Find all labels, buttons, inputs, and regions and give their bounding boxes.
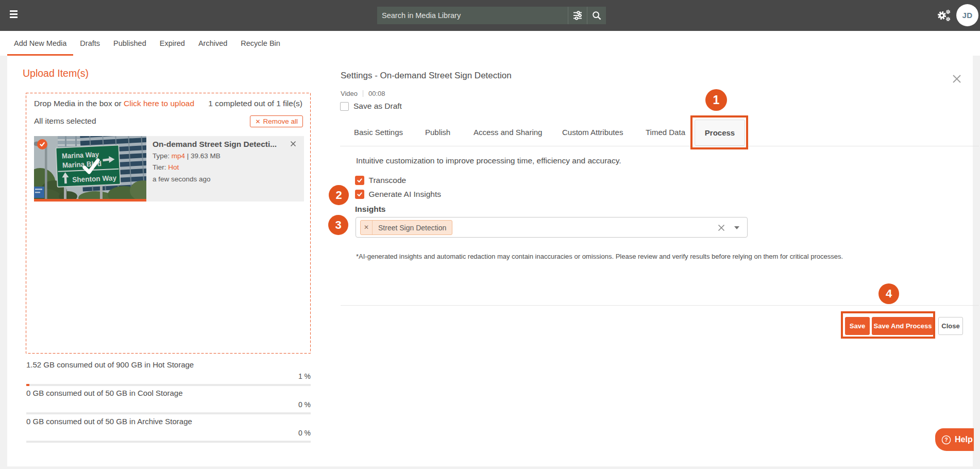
media-time-ago: a few seconds ago	[153, 175, 211, 183]
all-items-selected-text: All items selected	[34, 116, 96, 126]
settings-tab-custom[interactable]: Custom Attributes	[562, 128, 623, 137]
admin-settings-button[interactable]	[937, 8, 951, 23]
svg-text:?: ?	[944, 437, 948, 443]
footer-divider	[341, 305, 979, 306]
tab-expired[interactable]: Expired	[153, 31, 192, 56]
settings-tab-basic[interactable]: Basic Settings	[354, 128, 403, 137]
settings-tab-access[interactable]: Access and Sharing	[474, 128, 542, 137]
media-info: On-demand Street Sign Detecti... Type: m…	[146, 136, 304, 202]
insights-label: Insights	[355, 205, 385, 214]
transcode-label: Transcode	[369, 176, 407, 185]
search-submit-button[interactable]	[587, 7, 606, 24]
settings-title: Settings - On-demand Street Sign Detecti…	[341, 71, 512, 81]
user-avatar[interactable]: JD	[956, 4, 978, 26]
uploaded-media-item[interactable]: Marina Way Marina Blvd Shenton Way	[34, 136, 304, 202]
tag-label: Street Sign Detection	[373, 224, 452, 232]
remove-all-label: Remove all	[263, 118, 298, 125]
save-button[interactable]: Save	[845, 317, 870, 335]
archive-storage-label: 0 GB consumed out of 50 GB in Archive St…	[26, 417, 311, 426]
search-icon	[592, 10, 602, 21]
hot-storage-percent: 1 %	[26, 372, 311, 380]
transcode-checkbox[interactable]: Transcode	[355, 176, 406, 185]
cool-storage-percent: 0 %	[26, 400, 311, 409]
media-meta-row: Video 00:08	[341, 90, 385, 97]
annotation-step-2: 2	[329, 185, 349, 205]
archive-storage-bar	[26, 441, 311, 443]
hot-storage-label: 1.52 GB consumed out of 900 GB in Hot St…	[26, 360, 311, 369]
tab-published[interactable]: Published	[107, 31, 153, 56]
media-type-label: Type:	[153, 152, 170, 160]
media-tier-row: Tier: Hot	[153, 163, 179, 171]
selection-row: All items selected ✕ Remove all	[34, 115, 303, 128]
content-card: Upload Item(s) Drop Media in the box or …	[7, 56, 973, 466]
media-type-value: mp4	[172, 152, 185, 160]
remove-all-button[interactable]: ✕ Remove all	[250, 115, 303, 127]
settings-tab-process[interactable]: Process	[695, 120, 745, 146]
selected-badge-icon[interactable]	[37, 139, 47, 149]
media-type-row: Type: mp4 | 39.63 MB	[153, 152, 221, 160]
page: JD Add New Media Drafts Published Expire…	[0, 0, 980, 469]
cool-storage-meter: 0 GB consumed out of 50 GB in Cool Stora…	[26, 389, 311, 414]
settings-tab-publish[interactable]: Publish	[425, 128, 450, 137]
process-description: Intuitive customization to improve proce…	[356, 156, 621, 165]
generate-ai-insights-checkbox[interactable]: Generate AI Insights	[355, 190, 441, 199]
library-tab-bar: Add New Media Drafts Published Expired A…	[0, 31, 980, 56]
media-size: | 39.63 MB	[187, 152, 221, 160]
transcode-checkbox-box[interactable]	[355, 176, 364, 185]
tune-icon	[572, 10, 583, 21]
media-title: On-demand Street Sign Detecti...	[153, 140, 292, 149]
annotation-step-4: 4	[878, 283, 899, 304]
select-caret-icon[interactable]	[734, 226, 739, 229]
drop-instruction-text: Drop Media in the box or	[34, 99, 122, 108]
upload-progress-count: 1 completed out of 1 file(s)	[208, 99, 302, 108]
cool-storage-label: 0 GB consumed out of 50 GB in Cool Stora…	[26, 389, 311, 397]
draft-checkbox-box[interactable]	[340, 102, 349, 111]
close-button[interactable]: Close	[938, 317, 963, 335]
cool-storage-bar	[26, 412, 311, 414]
menu-icon[interactable]	[10, 10, 19, 20]
remove-media-icon[interactable]	[290, 140, 297, 147]
archive-storage-meter: 0 GB consumed out of 50 GB in Archive St…	[26, 417, 311, 443]
top-bar: JD	[0, 0, 980, 31]
search-input[interactable]	[377, 7, 568, 24]
meta-divider	[363, 90, 363, 97]
help-button[interactable]: ? Help	[935, 428, 974, 451]
hot-storage-bar	[26, 384, 311, 386]
ai-insights-checkbox-box[interactable]	[355, 190, 364, 199]
archive-storage-percent: 0 %	[26, 429, 311, 437]
media-kind: Video	[341, 90, 358, 97]
insights-select[interactable]: ✕ Street Sign Detection	[356, 217, 748, 238]
help-label: Help	[955, 435, 973, 444]
search-bar	[377, 7, 606, 24]
insight-tag: ✕ Street Sign Detection	[360, 220, 452, 235]
tab-add-new-media[interactable]: Add New Media	[7, 31, 73, 56]
dashed-border	[26, 93, 311, 354]
save-and-process-button[interactable]: Save And Process	[872, 317, 934, 335]
upload-complete-progress-bar	[34, 199, 146, 202]
tag-remove-icon[interactable]: ✕	[361, 221, 373, 234]
gears-icon	[937, 8, 951, 23]
tab-archived[interactable]: Archived	[192, 31, 234, 56]
ai-insights-label: Generate AI Insights	[369, 190, 441, 199]
click-to-upload-link[interactable]: Click here to upload	[124, 99, 194, 108]
drop-instruction-row: Drop Media in the box or Click here to u…	[34, 99, 302, 108]
hot-storage-meter: 1.52 GB consumed out of 900 GB in Hot St…	[26, 360, 311, 386]
remove-all-x-icon: ✕	[255, 119, 260, 125]
save-as-draft-checkbox[interactable]: Save as Draft	[340, 102, 402, 111]
help-icon: ?	[941, 434, 952, 445]
selected-check-overlay-icon	[79, 155, 103, 178]
tab-recycle-bin[interactable]: Recycle Bin	[234, 31, 287, 56]
drop-zone[interactable]: Drop Media in the box or Click here to u…	[26, 93, 311, 354]
settings-tabs-divider	[340, 146, 979, 146]
media-tier-value: Hot	[168, 163, 179, 171]
ai-disclaimer: *AI-generated insights and automatic red…	[356, 253, 843, 260]
select-clear-icon[interactable]	[717, 224, 725, 232]
media-tier-label: Tier:	[153, 163, 166, 171]
annotation-step-3: 3	[328, 215, 348, 235]
settings-close-icon[interactable]	[952, 74, 961, 83]
upload-items-title: Upload Item(s)	[23, 68, 89, 79]
search-filters-button[interactable]	[568, 7, 587, 24]
tab-drafts[interactable]: Drafts	[73, 31, 107, 56]
media-thumbnail[interactable]: Marina Way Marina Blvd Shenton Way	[34, 136, 146, 202]
settings-tab-timed[interactable]: Timed Data	[646, 128, 685, 137]
